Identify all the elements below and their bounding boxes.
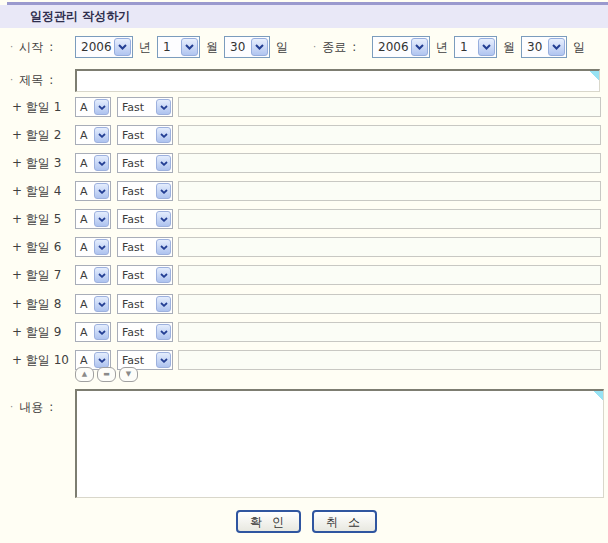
todo-category-select[interactable]: A (75, 294, 111, 314)
chevron-down-icon[interactable] (411, 38, 428, 56)
remove-row-button[interactable]: ▬ (97, 367, 116, 382)
chevron-down-icon[interactable] (94, 127, 109, 143)
chevron-down-icon[interactable] (94, 324, 109, 340)
chevron-down-icon[interactable] (94, 296, 109, 312)
bullet-icon: · (10, 402, 13, 412)
todo-speed-select[interactable]: Fast (117, 209, 173, 229)
todo-row: + 할일 8 A Fast (0, 294, 608, 314)
confirm-button[interactable]: 확 인 (236, 510, 301, 533)
chevron-down-icon[interactable] (94, 211, 109, 227)
todo-speed-select[interactable]: Fast (117, 237, 173, 257)
start-month-select[interactable]: 1 (157, 36, 200, 58)
todo-category-select[interactable]: A (75, 265, 111, 285)
todo-input[interactable] (178, 125, 601, 145)
chevron-down-icon[interactable] (156, 239, 171, 255)
todo-speed-select[interactable]: Fast (117, 125, 173, 145)
todo-label: + 할일 4 (12, 181, 61, 201)
chevron-down-icon[interactable] (94, 267, 109, 283)
chevron-down-icon[interactable] (478, 38, 495, 56)
chevron-down-icon[interactable] (181, 38, 198, 56)
todo-label: + 할일 7 (12, 265, 61, 285)
chevron-down-icon[interactable] (156, 267, 171, 283)
chevron-down-icon[interactable] (94, 155, 109, 171)
todo-speed-select[interactable]: Fast (117, 181, 173, 201)
title-input-frame (75, 69, 600, 92)
todo-label: + 할일 10 (12, 350, 69, 370)
todo-input[interactable] (178, 322, 601, 342)
chevron-down-icon[interactable] (94, 183, 109, 199)
chevron-down-icon[interactable] (156, 155, 171, 171)
title-label: · 제목 : (10, 69, 53, 91)
title-bar: 일정관리 작성하기 (0, 5, 608, 28)
bullet-icon: · (10, 42, 13, 52)
chevron-down-icon[interactable] (156, 324, 171, 340)
reorder-controls: ▲ ▬ ▼ (75, 367, 138, 382)
day-unit-label: 일 (573, 39, 585, 56)
todo-input[interactable] (178, 350, 601, 370)
todo-category-select[interactable]: A (75, 97, 111, 117)
todo-label: + 할일 2 (12, 125, 61, 145)
day-unit-label: 일 (276, 39, 288, 56)
content-textarea-frame (75, 389, 604, 498)
todo-speed-select[interactable]: Fast (117, 294, 173, 314)
todo-input[interactable] (178, 97, 601, 117)
todo-input[interactable] (178, 237, 601, 257)
bullet-icon: · (313, 42, 316, 52)
todo-category-select[interactable]: A (75, 153, 111, 173)
todo-category-select[interactable]: A (75, 181, 111, 201)
todo-row: + 할일 3 A Fast (0, 153, 608, 173)
chevron-down-icon[interactable] (94, 239, 109, 255)
todo-speed-select[interactable]: Fast (117, 322, 173, 342)
todo-input[interactable] (178, 181, 601, 201)
start-day-select[interactable]: 30 (224, 36, 270, 58)
down-arrow-icon: ▼ (126, 370, 131, 378)
year-unit-label: 년 (139, 39, 151, 56)
chevron-down-icon[interactable] (156, 99, 171, 115)
move-down-button[interactable]: ▼ (119, 367, 138, 382)
todo-input[interactable] (178, 265, 601, 285)
todo-label: + 할일 9 (12, 322, 61, 342)
chevron-down-icon[interactable] (156, 183, 171, 199)
todo-label: + 할일 3 (12, 153, 61, 173)
chevron-down-icon[interactable] (94, 352, 109, 368)
todo-speed-select[interactable]: Fast (117, 153, 173, 173)
chevron-down-icon[interactable] (156, 296, 171, 312)
todo-row: + 할일 7 A Fast (0, 265, 608, 285)
start-date-group: 2006 년 1 월 30 일 (75, 36, 288, 58)
bullet-icon: · (10, 75, 13, 85)
todo-category-select[interactable]: A (75, 322, 111, 342)
move-up-button[interactable]: ▲ (75, 367, 94, 382)
start-year-select[interactable]: 2006 (75, 36, 133, 58)
cancel-button[interactable]: 취 소 (312, 510, 377, 533)
title-input[interactable] (77, 71, 599, 91)
todo-category-select[interactable]: A (75, 209, 111, 229)
chevron-down-icon[interactable] (548, 38, 565, 56)
todo-row: + 할일 5 A Fast (0, 209, 608, 229)
chevron-down-icon[interactable] (156, 211, 171, 227)
end-year-select[interactable]: 2006 (372, 36, 430, 58)
todo-row: + 할일 6 A Fast (0, 237, 608, 257)
chevron-down-icon[interactable] (156, 352, 171, 368)
chevron-down-icon[interactable] (114, 38, 131, 56)
chevron-down-icon[interactable] (251, 38, 268, 56)
todo-speed-select[interactable]: Fast (117, 265, 173, 285)
month-unit-label: 월 (206, 39, 218, 56)
todo-input[interactable] (178, 209, 601, 229)
minus-icon: ▬ (103, 370, 110, 378)
end-day-select[interactable]: 30 (521, 36, 567, 58)
chevron-down-icon[interactable] (156, 127, 171, 143)
end-month-select[interactable]: 1 (454, 36, 497, 58)
todo-label: + 할일 1 (12, 97, 61, 117)
start-date-label: · 시작 : (10, 36, 53, 58)
todo-speed-select[interactable]: Fast (117, 97, 173, 117)
content-textarea[interactable] (77, 391, 603, 497)
todo-category-select[interactable]: A (75, 237, 111, 257)
todo-input[interactable] (178, 153, 601, 173)
page-title: 일정관리 작성하기 (30, 5, 130, 28)
month-unit-label: 월 (503, 39, 515, 56)
todo-row: + 할일 9 A Fast (0, 322, 608, 342)
todo-input[interactable] (178, 294, 601, 314)
chevron-down-icon[interactable] (94, 99, 109, 115)
todo-category-select[interactable]: A (75, 125, 111, 145)
up-arrow-icon: ▲ (82, 370, 87, 378)
